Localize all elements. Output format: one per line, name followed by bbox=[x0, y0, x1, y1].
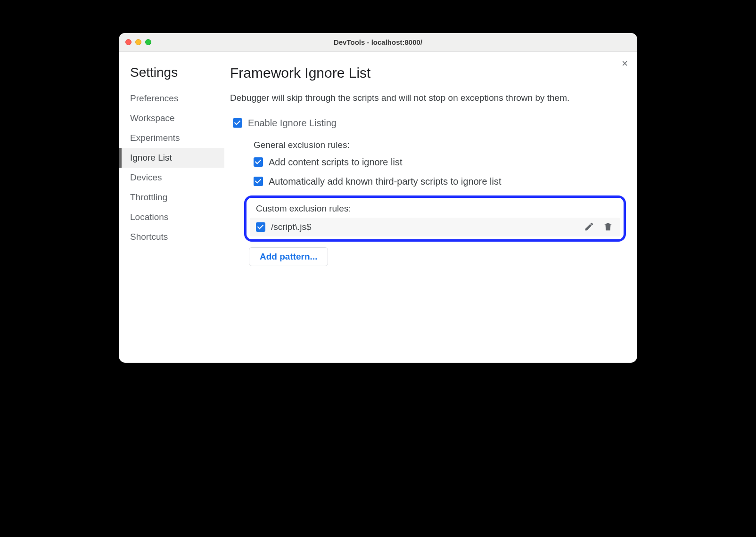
edit-icon[interactable] bbox=[584, 221, 595, 233]
main-panel: Framework Ignore List Debugger will skip… bbox=[224, 52, 637, 363]
content-scripts-label: Add content scripts to ignore list bbox=[269, 157, 402, 168]
custom-rule-checkbox[interactable] bbox=[256, 222, 265, 232]
content-area: × Settings Preferences Workspace Experim… bbox=[119, 52, 637, 363]
page-description: Debugger will skip through the scripts a… bbox=[230, 92, 626, 105]
window-close-button[interactable] bbox=[125, 39, 131, 45]
enable-ignore-listing-label: Enable Ignore Listing bbox=[248, 118, 337, 129]
page-heading: Framework Ignore List bbox=[230, 65, 626, 85]
window-title: DevTools - localhost:8000/ bbox=[119, 38, 637, 46]
sidebar-item-shortcuts[interactable]: Shortcuts bbox=[119, 227, 224, 247]
sidebar-title: Settings bbox=[119, 65, 224, 80]
window-maximize-button[interactable] bbox=[145, 39, 151, 45]
sidebar-item-experiments[interactable]: Experiments bbox=[119, 128, 224, 148]
settings-sidebar: Settings Preferences Workspace Experimen… bbox=[119, 52, 224, 363]
enable-ignore-listing-checkbox[interactable] bbox=[233, 118, 242, 128]
devtools-window: DevTools - localhost:8000/ × Settings Pr… bbox=[119, 33, 637, 363]
close-icon[interactable]: × bbox=[622, 58, 628, 69]
custom-rules-highlight: Custom exclusion rules: /script\.js$ bbox=[244, 195, 626, 242]
add-pattern-button[interactable]: Add pattern... bbox=[249, 247, 328, 266]
window-minimize-button[interactable] bbox=[135, 39, 141, 45]
custom-rule-pattern: /script\.js$ bbox=[271, 222, 576, 232]
content-scripts-checkbox[interactable] bbox=[254, 157, 263, 167]
custom-rule-row: /script\.js$ bbox=[250, 218, 620, 236]
general-rules-heading: General exclusion rules: bbox=[254, 140, 626, 150]
sidebar-item-workspace[interactable]: Workspace bbox=[119, 108, 224, 128]
titlebar: DevTools - localhost:8000/ bbox=[119, 33, 637, 52]
third-party-scripts-checkbox[interactable] bbox=[254, 177, 263, 186]
traffic-lights bbox=[125, 39, 151, 45]
sidebar-item-preferences[interactable]: Preferences bbox=[119, 89, 224, 108]
delete-icon[interactable] bbox=[603, 221, 614, 233]
custom-rules-heading: Custom exclusion rules: bbox=[256, 203, 620, 214]
sidebar-item-ignore-list[interactable]: Ignore List bbox=[119, 148, 224, 168]
third-party-scripts-label: Automatically add known third-party scri… bbox=[269, 176, 501, 187]
sidebar-item-throttling[interactable]: Throttling bbox=[119, 187, 224, 207]
sidebar-item-locations[interactable]: Locations bbox=[119, 207, 224, 227]
sidebar-item-devices[interactable]: Devices bbox=[119, 168, 224, 187]
